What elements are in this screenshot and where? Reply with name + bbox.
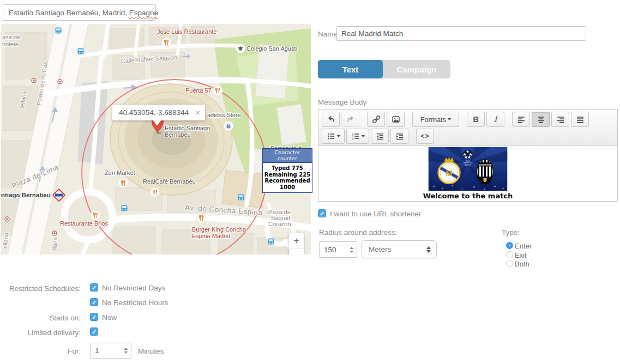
poi-label: Bernabéu — [165, 131, 191, 138]
align-right-button[interactable] — [551, 112, 569, 127]
transit-dot-icon — [5, 217, 9, 221]
zoom-in-button[interactable]: + — [289, 233, 304, 248]
poi-label: Zen Market — [105, 169, 135, 176]
chevron-down-icon — [350, 251, 353, 253]
map[interactable]: aza de nolete Paseo de la Cas tellana el… — [1, 24, 311, 254]
no-restricted-days-checkbox[interactable] — [90, 283, 98, 292]
undo-icon — [327, 115, 335, 124]
chevron-up-icon — [350, 247, 353, 249]
select-arrows-icon — [426, 246, 431, 253]
redo-icon — [346, 115, 355, 124]
chevron-down-icon — [448, 118, 451, 120]
svg-text:3: 3 — [352, 138, 353, 141]
restaurant-icon — [161, 38, 171, 47]
coordinates-value: 40.453054,-3.688344 — [112, 108, 189, 117]
map-canvas: aza de nolete Paseo de la Cas tellana el… — [1, 24, 311, 254]
poi-label: Colegio San Agustí — [246, 45, 298, 52]
italic-button[interactable]: I — [486, 112, 504, 127]
bus-stop-icon — [78, 48, 84, 54]
address-misspelled-word: Espagne — [129, 9, 158, 17]
juventus-crest: JUVENTUS — [477, 159, 493, 184]
formats-dropdown[interactable]: Formats — [412, 112, 459, 127]
source-code-button[interactable]: <> — [416, 129, 434, 144]
radius-value-input[interactable] — [320, 246, 348, 254]
street-label: llana — [51, 236, 58, 250]
chevron-down-icon — [337, 135, 340, 137]
transit-dot-icon — [32, 78, 36, 83]
radius-unit-value: Meters — [369, 245, 391, 253]
tab-bar: Text Campaign — [318, 60, 450, 78]
metro-station-label: ntiago Bernabeu — [1, 192, 51, 198]
indent-button[interactable] — [390, 129, 408, 144]
no-restricted-days-label: No Restricted Days — [102, 284, 165, 292]
starts-now-checkbox[interactable] — [90, 313, 98, 321]
coordinates-popup: 40.453054,-3.688344 × — [112, 105, 205, 120]
bullet-list-button[interactable] — [322, 129, 345, 144]
restaurant-icon — [213, 86, 222, 95]
duration-stepper[interactable] — [90, 343, 131, 359]
restaurant-icon — [118, 178, 128, 188]
tab-campaign[interactable]: Campaign — [381, 60, 450, 78]
radius-unit-select[interactable]: Meters — [362, 240, 437, 258]
restaurant-icon — [91, 210, 100, 220]
character-counter: Charactercounter Typed 775 Remaining 225… — [262, 148, 312, 193]
no-restricted-hours-checkbox[interactable] — [90, 298, 98, 306]
numbered-list-button[interactable]: 123 — [346, 129, 369, 144]
duration-unit-label: Minutes — [138, 347, 164, 355]
poi-label: Espina Madrid — [192, 233, 230, 239]
tab-text[interactable]: Text — [318, 60, 383, 78]
limited-delivery-checkbox[interactable] — [90, 327, 98, 336]
message-body-label: Message Body — [318, 98, 366, 106]
limited-delivery-label: Limited delivery: — [0, 329, 81, 337]
insert-link-button[interactable] — [367, 112, 385, 127]
stepper-arrows[interactable] — [122, 348, 131, 354]
restricted-schedules-label: Restricted Schedules: — [0, 284, 81, 293]
popup-close-icon[interactable]: × — [195, 108, 205, 117]
image-icon — [392, 115, 400, 124]
page: Estadio Santiago Bernabéu, Madrid, Espag… — [0, 0, 620, 364]
align-right-icon — [556, 115, 565, 124]
for-label: For: — [0, 347, 81, 355]
popup-tail — [153, 120, 161, 126]
zoom-out-button[interactable]: − — [289, 249, 304, 255]
align-center-button[interactable] — [532, 112, 550, 127]
duration-value-input[interactable] — [91, 347, 122, 355]
indent-icon — [395, 132, 404, 141]
type-option-label[interactable]: Both — [515, 260, 529, 268]
numbered-list-icon: 123 — [351, 132, 360, 141]
remaining-count: Remaining 225 — [264, 172, 311, 178]
type-option-label[interactable]: Exit — [515, 251, 527, 259]
undo-button[interactable] — [322, 112, 340, 127]
restaurant-icon — [196, 213, 206, 223]
stepper-arrows[interactable] — [348, 247, 357, 253]
rich-text-editor: Formats B I 123 <> — [318, 109, 618, 202]
bus-stop-icon — [56, 28, 62, 34]
type-radio-exit[interactable] — [506, 251, 513, 258]
align-left-button[interactable] — [512, 112, 530, 127]
address-search-input[interactable]: Estadio Santiago Bernabéu, Madrid, Espag… — [3, 4, 156, 21]
editor-content[interactable]: UEFA CHAMPIONS LEAGUE M — [318, 146, 617, 201]
svg-text:M: M — [446, 168, 453, 178]
welcome-message-text[interactable]: Welcome to the match — [318, 192, 617, 200]
radius-value-stepper[interactable] — [319, 241, 357, 258]
redo-button[interactable] — [341, 112, 359, 127]
transit-dot-icon — [58, 80, 62, 84]
insert-image-button[interactable] — [387, 112, 405, 127]
bold-button[interactable]: B — [467, 112, 485, 127]
align-left-icon — [517, 115, 526, 124]
outdent-button[interactable] — [371, 129, 389, 144]
school-icon — [236, 44, 245, 53]
justify-button[interactable] — [571, 112, 589, 127]
match-banner-image[interactable]: UEFA CHAMPIONS LEAGUE M — [429, 147, 508, 191]
bus-stop-icon — [268, 239, 274, 245]
name-input[interactable] — [336, 26, 586, 41]
poi-label: Restaurante Brios — [60, 220, 109, 227]
street-label: nolete — [2, 41, 19, 47]
type-radio-both[interactable] — [506, 260, 513, 267]
type-radio-enter[interactable] — [506, 242, 513, 249]
bus-stop-icon — [122, 205, 128, 211]
poi-label: adidas Store — [207, 112, 241, 118]
type-option-label[interactable]: Enter — [515, 242, 532, 250]
url-shortener-checkbox[interactable] — [318, 209, 326, 217]
poi-label: Estadio Santiago — [165, 125, 210, 131]
